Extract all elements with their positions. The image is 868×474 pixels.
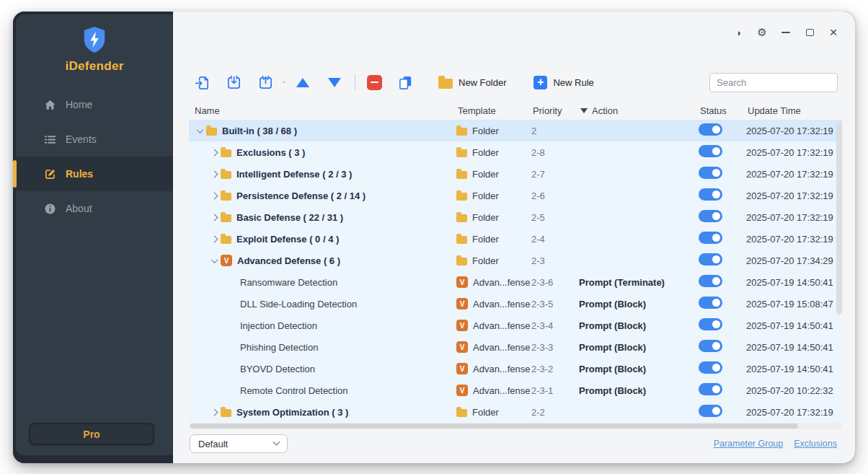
status-toggle[interactable]	[699, 318, 722, 330]
row-name-label: Remote Control Detection	[240, 385, 348, 396]
move-up-button[interactable]	[294, 74, 311, 91]
status-toggle[interactable]	[699, 253, 722, 265]
template-label: Folder	[472, 234, 499, 245]
status-toggle[interactable]	[699, 188, 722, 201]
table-row[interactable]: Remote Control DetectionVAdvan...fense2-…	[189, 379, 842, 401]
close-button[interactable]: ×	[828, 27, 839, 38]
expander-chevron-down-icon[interactable]	[208, 258, 221, 263]
status-toggle[interactable]	[699, 123, 722, 136]
expander-chevron-right-icon[interactable]	[208, 410, 221, 415]
status-toggle[interactable]	[699, 210, 722, 222]
template-label: Folder	[472, 190, 499, 201]
column-header-template[interactable]: Template	[456, 105, 531, 116]
status-cell	[699, 210, 746, 224]
column-header-update-time[interactable]: Update Time	[746, 105, 842, 116]
priority-cell: 2-3-5	[531, 299, 579, 310]
v-badge-icon: V	[456, 385, 468, 396]
delete-button[interactable]	[367, 75, 382, 90]
table-row[interactable]: Phishing DetectionVAdvan...fense2-3-3Pro…	[189, 336, 842, 358]
update-time-cell: 2025-07-19 14:50:41	[746, 342, 842, 353]
sidebar-item-home[interactable]: Home	[16, 87, 173, 122]
table-row[interactable]: Exclusions ( 3 )Folder2-82025-07-20 17:3…	[189, 141, 842, 163]
theme-toggle-icon[interactable]: ◑	[732, 27, 744, 38]
expander-chevron-down-icon[interactable]	[193, 128, 206, 133]
priority-cell: 2-3-2	[531, 364, 579, 374]
column-header-action[interactable]: Action	[579, 105, 699, 116]
priority-cell: 2-3-1	[531, 385, 579, 396]
expander-chevron-right-icon[interactable]	[208, 237, 221, 242]
table-row[interactable]: VAdvanced Defense ( 6 )Folder2-32025-07-…	[189, 250, 842, 271]
table-row[interactable]: Intelligent Defense ( 2 / 3 )Folder2-720…	[189, 163, 842, 185]
status-toggle[interactable]	[699, 361, 722, 374]
exclusions-link[interactable]: Exclusions	[794, 439, 837, 449]
sidebar-item-rules[interactable]: Rules	[16, 157, 173, 191]
sidebar-frame: iDefender Home Events	[13, 12, 173, 463]
horizontal-scrollbar-thumb[interactable]	[190, 423, 798, 429]
expander-chevron-right-icon[interactable]	[208, 150, 221, 155]
import-rule-file-button[interactable]	[193, 74, 211, 91]
table-row[interactable]: BYOVD DetectionVAdvan...fense2-3-2Prompt…	[189, 358, 842, 379]
vertical-scrollbar-thumb[interactable]	[836, 121, 842, 315]
status-toggle[interactable]	[699, 383, 722, 395]
status-toggle[interactable]	[699, 232, 722, 244]
table-row[interactable]: Basic Defense ( 22 / 31 )Folder2-52025-0…	[189, 206, 842, 228]
chevron-glyph	[211, 235, 218, 242]
horizontal-scrollbar[interactable]	[189, 423, 842, 429]
column-header-name[interactable]: Name	[189, 105, 456, 116]
new-folder-icon	[438, 79, 453, 89]
sidebar-item-about[interactable]: About	[16, 191, 173, 226]
template-label: Advan...fense	[473, 320, 531, 331]
row-name-label: Exclusions ( 3 )	[236, 147, 305, 158]
folder-icon	[456, 236, 467, 244]
parameter-group-link[interactable]: Parameter Group	[714, 439, 784, 449]
action-cell: Prompt (Block)	[579, 299, 699, 310]
template-cell: VAdvan...fense	[456, 341, 531, 353]
table-row[interactable]: System Optimization ( 3 )Folder2-22025-0…	[189, 401, 842, 423]
export-button[interactable]	[257, 74, 274, 91]
folder-icon	[221, 149, 231, 157]
table-row[interactable]: DLL Side-Loading DetectionVAdvan...fense…	[189, 293, 842, 315]
pro-button[interactable]: Pro	[29, 423, 154, 445]
expander-chevron-right-icon[interactable]	[208, 193, 221, 198]
column-header-priority[interactable]: Priority	[531, 105, 579, 116]
maximize-button[interactable]	[804, 27, 815, 38]
folder-icon	[456, 258, 467, 265]
folder-icon	[456, 128, 467, 136]
table-row[interactable]: Persistence Defense ( 2 / 14 )Folder2-62…	[189, 185, 842, 206]
table-row[interactable]: Injection DetectionVAdvan...fense2-3-4Pr…	[189, 315, 842, 336]
table-row[interactable]: Exploit Defense ( 0 / 4 )Folder2-42025-0…	[189, 228, 842, 250]
priority-cell: 2-7	[531, 169, 579, 180]
search-input[interactable]	[709, 73, 838, 92]
shield-logo-icon	[81, 25, 107, 54]
active-accent-bar	[13, 160, 17, 188]
status-cell	[699, 340, 746, 354]
sidebar-item-events[interactable]: Events	[16, 122, 173, 157]
template-cell: Folder	[456, 212, 531, 223]
chevron-glyph	[211, 149, 218, 156]
vertical-scrollbar[interactable]	[836, 120, 842, 423]
status-toggle[interactable]	[699, 297, 722, 309]
column-header-status[interactable]: Status	[699, 105, 746, 116]
table-row[interactable]: Ransomware DetectionVAdvan...fense2-3-6P…	[189, 271, 842, 293]
minimize-button[interactable]	[780, 27, 792, 38]
settings-gear-icon[interactable]: ⚙	[756, 27, 768, 38]
folder-icon	[221, 409, 231, 417]
new-folder-button[interactable]: New Folder	[438, 76, 506, 89]
import-button[interactable]	[225, 74, 242, 91]
window-controls: ◑ ⚙ ×	[732, 27, 839, 38]
status-toggle[interactable]	[699, 405, 722, 417]
expander-chevron-right-icon[interactable]	[208, 172, 221, 177]
preset-select[interactable]: Default	[190, 434, 288, 453]
chevron-glyph	[211, 256, 218, 263]
toolbar-separator	[355, 74, 355, 90]
status-toggle[interactable]	[699, 167, 722, 179]
status-toggle[interactable]	[699, 145, 722, 157]
expander-chevron-right-icon[interactable]	[208, 215, 221, 220]
table-row[interactable]: Built-in ( 38 / 68 )Folder22025-07-20 17…	[189, 120, 842, 141]
move-down-button[interactable]	[326, 74, 343, 91]
name-cell: Phishing Detection	[189, 336, 456, 358]
duplicate-button[interactable]	[397, 74, 414, 91]
status-toggle[interactable]	[699, 275, 722, 287]
status-toggle[interactable]	[699, 340, 722, 352]
new-rule-button[interactable]: + New Rule	[533, 76, 593, 89]
